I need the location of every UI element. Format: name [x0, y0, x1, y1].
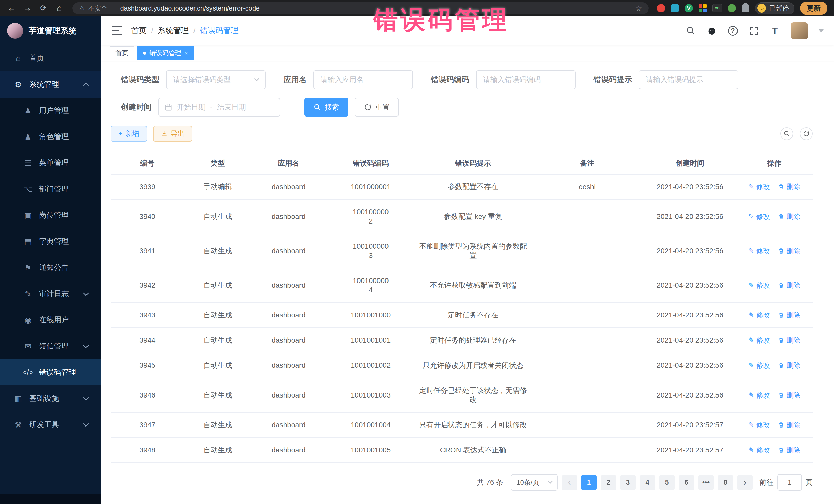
extension-red-icon[interactable] [657, 4, 665, 12]
extension-green-v-icon[interactable]: V [685, 4, 693, 12]
cell-type: 自动生成 [184, 303, 251, 327]
search-icon[interactable] [686, 26, 696, 36]
url-text[interactable]: dashboard.yudao.iocoder.cn/system/error-… [120, 4, 260, 12]
profile-paused-badge[interactable]: 已暂停 [755, 2, 794, 14]
error-code-input[interactable] [476, 70, 576, 89]
extension-grid-icon[interactable] [699, 4, 707, 12]
menu-item[interactable]: </> 错误码管理 [0, 359, 101, 386]
error-msg-input[interactable] [639, 70, 738, 89]
delete-link[interactable]: 删除 [778, 310, 800, 320]
cell-id: 3944 [111, 328, 184, 353]
cell-id: 3941 [111, 239, 184, 263]
delete-link[interactable]: 删除 [778, 212, 800, 221]
menu-item[interactable]: ⚙ 系统管理 [0, 71, 101, 97]
menu-item[interactable]: ◉ 在线用户 [0, 307, 101, 333]
delete-link[interactable]: 删除 [778, 281, 800, 290]
fullscreen-icon[interactable] [749, 26, 759, 36]
date-range-picker[interactable]: 开始日期 - 结束日期 [158, 98, 280, 116]
avatar-caret-icon[interactable] [819, 29, 824, 32]
forward-icon[interactable]: → [23, 0, 32, 17]
font-size-icon[interactable]: T [770, 26, 780, 36]
logo-area[interactable]: 芋道管理系统 [0, 17, 101, 45]
edit-link[interactable]: ✎ 修改 [748, 420, 770, 430]
edit-link[interactable]: ✎ 修改 [748, 182, 770, 192]
menu-item[interactable]: ☰ 菜单管理 [0, 150, 101, 176]
page-number-button[interactable]: 2 [601, 475, 616, 490]
edit-link[interactable]: ✎ 修改 [748, 246, 770, 256]
breadcrumb-home[interactable]: 首页 [131, 25, 147, 36]
delete-link[interactable]: 删除 [778, 391, 800, 400]
infrastructure-icon: ▦ [12, 394, 24, 403]
menu-item[interactable]: ♟ 用户管理 [0, 97, 101, 124]
page-number-button[interactable]: 5 [659, 475, 675, 490]
delete-link[interactable]: 删除 [778, 361, 800, 370]
menu-item[interactable]: ✉ 短信管理 [0, 333, 101, 359]
page-number-button[interactable]: 3 [620, 475, 636, 490]
search-button[interactable]: 搜索 [304, 98, 349, 116]
page-tab[interactable]: 错误码管理 × [137, 46, 194, 60]
cell-time: 2021-04-20 23:52:56 [644, 328, 736, 353]
menu-item[interactable]: ⚒ 研发工具 [0, 412, 101, 438]
page-number-button[interactable]: 1 [581, 475, 597, 490]
update-button[interactable]: 更新 [800, 2, 827, 15]
menu-item[interactable]: ✎ 审计日志 [0, 281, 101, 307]
edit-link[interactable]: ✎ 修改 [748, 391, 770, 400]
extension-on-icon[interactable]: on [712, 4, 722, 12]
next-page-button[interactable]: › [737, 475, 753, 490]
edit-link[interactable]: ✎ 修改 [748, 445, 770, 455]
menu-item[interactable]: ▣ 岗位管理 [0, 202, 101, 228]
collapse-sidebar-icon[interactable] [112, 26, 123, 35]
add-button[interactable]: + 新增 [111, 126, 147, 141]
extensions-puzzle-icon[interactable] [742, 4, 749, 12]
breadcrumb-system[interactable]: 系统管理 [158, 25, 189, 36]
toggle-search-icon[interactable] [781, 127, 793, 140]
edit-link[interactable]: ✎ 修改 [748, 281, 770, 290]
app-name-input[interactable] [313, 70, 413, 89]
cell-id: 3942 [111, 273, 184, 298]
page-number-button[interactable]: ••• [698, 475, 714, 490]
page-tab[interactable]: 首页 [110, 46, 134, 60]
edit-link[interactable]: ✎ 修改 [748, 361, 770, 370]
page-number-button[interactable]: 8 [718, 475, 733, 490]
edit-link[interactable]: ✎ 修改 [748, 212, 770, 221]
tab-close-icon[interactable]: × [184, 50, 188, 56]
extension-leaf-icon[interactable] [728, 4, 736, 12]
table-row: 3945 自动生成 dashboard 1001001002 只允许修改为开启或… [111, 353, 813, 378]
goto-page-input[interactable] [777, 474, 802, 491]
menu-item[interactable]: ⚑ 通知公告 [0, 255, 101, 281]
reset-button[interactable]: 重置 [355, 98, 399, 116]
cell-id: 3948 [111, 438, 184, 462]
edit-link[interactable]: ✎ 修改 [748, 336, 770, 345]
filter-create-time: 创建时间 开始日期 - 结束日期 [121, 98, 280, 116]
menu-item[interactable]: ⌂ 首页 [0, 45, 101, 71]
menu-item[interactable]: ⌥ 部门管理 [0, 176, 101, 202]
error-type-select[interactable]: 请选择错误码类型 [166, 70, 266, 89]
delete-link[interactable]: 删除 [778, 445, 800, 455]
back-icon[interactable]: ← [7, 0, 17, 17]
github-icon[interactable] [707, 26, 717, 36]
download-icon [161, 130, 168, 137]
delete-link[interactable]: 删除 [778, 420, 800, 430]
cell-remark [531, 307, 644, 323]
help-icon[interactable]: ? [728, 26, 738, 36]
delete-link[interactable]: 删除 [778, 336, 800, 345]
page-size-select[interactable]: 10条/页 [511, 474, 557, 491]
page-number-button[interactable]: 4 [640, 475, 655, 490]
browser-home-icon[interactable]: ⌂ [54, 0, 64, 17]
sms-icon: ✉ [22, 342, 34, 351]
menu-item[interactable]: ▤ 字典管理 [0, 228, 101, 255]
delete-link[interactable]: 删除 [778, 246, 800, 256]
refresh-table-icon[interactable] [800, 127, 813, 140]
user-avatar[interactable] [791, 22, 808, 39]
menu-item[interactable]: ♟ 角色管理 [0, 124, 101, 150]
edit-link[interactable]: ✎ 修改 [748, 310, 770, 320]
bookmark-star-icon[interactable]: ☆ [635, 4, 642, 13]
page-number-button[interactable]: 6 [679, 475, 694, 490]
extension-teal-icon[interactable] [671, 4, 679, 12]
export-button[interactable]: 导出 [153, 126, 192, 141]
prev-page-button[interactable]: ‹ [562, 475, 577, 490]
delete-link[interactable]: 删除 [778, 182, 800, 192]
address-bar[interactable]: ⚠ 不安全 dashboard.yudao.iocoder.cn/system/… [72, 2, 649, 14]
reload-icon[interactable]: ⟳ [39, 0, 48, 17]
menu-item[interactable]: ▦ 基础设施 [0, 386, 101, 412]
